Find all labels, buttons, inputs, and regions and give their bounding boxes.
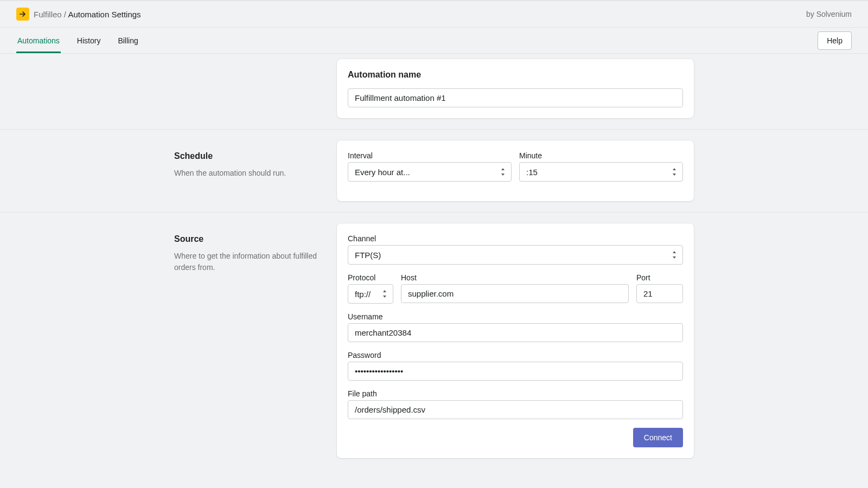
select-value: Every hour at... (355, 168, 410, 177)
breadcrumb-current: Automation Settings (68, 10, 141, 19)
protocol-label: Protocol (348, 273, 393, 282)
channel-label: Channel (348, 234, 683, 243)
username-input[interactable] (348, 323, 683, 342)
tab-label: Automations (17, 36, 60, 45)
minute-label: Minute (519, 151, 683, 160)
app-logo-icon (16, 8, 29, 21)
automation-name-card: Automation name (337, 59, 694, 118)
tab-label: History (77, 36, 101, 45)
host-label: Host (401, 273, 629, 282)
section-heading-schedule: Schedule (174, 151, 337, 161)
tab-history[interactable]: History (76, 28, 102, 53)
tab-label: Billing (118, 36, 138, 45)
password-input[interactable] (348, 362, 683, 381)
select-value: ftp:// (355, 290, 371, 299)
connect-button[interactable]: Connect (633, 428, 683, 447)
section-description: When the automation should run. (174, 168, 337, 179)
automation-name-input[interactable] (348, 88, 683, 107)
app-header: Fulfilleo / Automation Settings by Solve… (0, 1, 868, 28)
minute-select[interactable]: :15 (519, 162, 683, 182)
tab-billing[interactable]: Billing (117, 28, 139, 53)
tab-automations[interactable]: Automations (16, 28, 61, 53)
host-input[interactable] (401, 284, 629, 303)
filepath-label: File path (348, 389, 683, 398)
chevron-updown-icon (500, 168, 506, 176)
port-input[interactable] (636, 284, 683, 303)
protocol-select[interactable]: ftp:// (348, 284, 393, 304)
password-label: Password (348, 351, 683, 359)
interval-select[interactable]: Every hour at... (348, 162, 512, 182)
schedule-card: Interval Every hour at... Minute :15 (337, 140, 694, 201)
breadcrumb: Fulfilleo / Automation Settings (34, 10, 141, 19)
chevron-updown-icon (672, 251, 677, 259)
section-heading-source: Source (174, 234, 337, 244)
tabs-bar: Automations History Billing Help (0, 28, 868, 54)
breadcrumb-separator: / (64, 10, 66, 19)
chevron-updown-icon (382, 290, 387, 298)
port-label: Port (636, 273, 683, 282)
byline: by Solvenium (806, 10, 852, 18)
breadcrumb-app[interactable]: Fulfilleo (34, 10, 62, 19)
source-card: Channel FTP(S) Protocol ftp:// (337, 223, 694, 458)
channel-select[interactable]: FTP(S) (348, 245, 683, 265)
filepath-input[interactable] (348, 400, 683, 419)
chevron-updown-icon (672, 168, 677, 176)
select-value: FTP(S) (355, 251, 381, 260)
card-title: Automation name (348, 70, 683, 80)
section-description: Where to get the information about fulfi… (174, 251, 337, 273)
help-button[interactable]: Help (818, 31, 852, 50)
interval-label: Interval (348, 151, 512, 160)
select-value: :15 (526, 168, 538, 177)
username-label: Username (348, 312, 683, 321)
